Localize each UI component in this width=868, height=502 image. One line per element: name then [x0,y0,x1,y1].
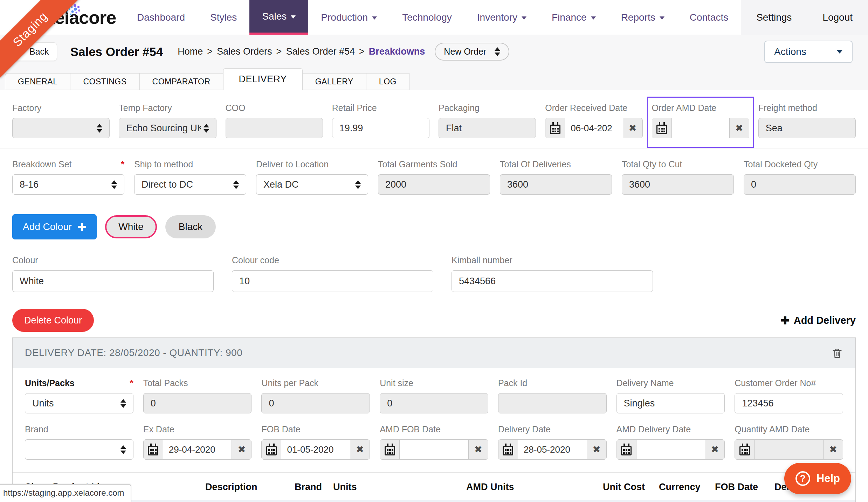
actions-button[interactable]: Actions [764,41,853,63]
breadcrumb-separator: > [276,46,282,57]
clear-icon[interactable]: ✖ [587,440,606,459]
field-coo: COO [226,103,323,138]
field-unit-size: Unit size [380,378,488,413]
calendar-icon[interactable] [380,440,400,459]
colour-input[interactable] [12,270,214,292]
order-amd-date-input[interactable] [672,118,729,138]
breadcrumb-sales-orders[interactable]: Sales Orders [217,46,272,57]
ex-date-input[interactable] [163,440,232,459]
tab-gallery[interactable]: GALLERY [302,73,366,90]
field-quantity-amd-date: Quantity AMD Date ✖ [735,424,843,460]
nav-production-label: Production [321,12,368,23]
calendar-icon[interactable] [652,118,672,138]
clear-icon[interactable]: ✖ [729,118,749,138]
tab-log[interactable]: LOG [366,73,409,90]
nav-reports[interactable]: Reports [608,0,677,35]
order-received-date-field: ✖ [545,118,642,138]
nav-dashboard[interactable]: Dashboard [124,0,198,35]
breadcrumb-current: Breakdowns [369,46,425,57]
field-label: Freight method [758,103,817,113]
select-spinner-icon [355,180,361,189]
total-packs-input [143,393,252,413]
help-button[interactable]: ? Help [784,463,851,494]
calendar-icon[interactable] [262,440,281,459]
field-label: Order AMD Date [652,103,717,113]
units-packs-select[interactable]: Units [25,393,133,413]
breadcrumb-separator: > [359,46,365,57]
ship-to-method-select[interactable]: Direct to DC [134,174,246,195]
clear-icon[interactable]: ✖ [705,440,724,459]
delivery-name-input[interactable] [616,393,725,413]
amd-delivery-date-field: ✖ [616,439,725,460]
deliver-to-location-select[interactable]: Xela DC [256,174,368,195]
breadcrumb-sales-order[interactable]: Sales Order #54 [286,46,355,57]
customer-order-no-input[interactable] [735,393,843,413]
field-fob-date: FOB Date ✖ [261,424,370,460]
account-nav: Settings Logout [741,0,868,35]
col-header: FOB Date [715,482,774,493]
tab-costings[interactable]: COSTINGS [70,73,139,90]
field-units-per-pack: Units per Pack [261,378,370,413]
delete-colour-button[interactable]: Delete Colour [12,309,94,332]
calendar-icon[interactable] [617,440,636,459]
chevron-down-icon [591,16,596,20]
calendar-icon[interactable] [144,440,163,459]
factory-select[interactable] [12,118,110,138]
nav-styles[interactable]: Styles [198,0,249,35]
kimball-number-input[interactable] [452,270,653,292]
field-breakdown-set: Breakdown Set * 8-16 [12,159,124,195]
nav-inventory[interactable]: Inventory [464,0,539,35]
clear-icon[interactable]: ✖ [468,440,488,459]
add-delivery-link[interactable]: ✚ Add Delivery [781,314,856,327]
col-header: Brand [295,482,333,493]
brand-select[interactable] [25,439,133,460]
field-label: Packaging [439,103,480,113]
field-label: Quantity AMD Date [735,424,810,434]
field-label: Colour code [232,255,279,265]
colour-code-input[interactable] [232,270,433,292]
nav-production[interactable]: Production [308,0,390,35]
clear-icon[interactable]: ✖ [350,440,370,459]
tab-comparator[interactable]: COMPARATOR [139,73,223,90]
clear-icon[interactable]: ✖ [823,440,843,459]
nav-logout[interactable]: Logout [807,0,868,35]
trash-icon[interactable] [831,347,843,359]
amd-delivery-date-input[interactable] [636,440,705,459]
tab-general[interactable]: GENERAL [5,73,70,90]
quantity-amd-date-input [755,440,823,459]
field-total-of-deliveries: Total Of Deliveries [500,159,612,195]
nav-finance[interactable]: Finance [539,0,608,35]
nav-technology[interactable]: Technology [390,0,464,35]
clear-icon[interactable]: ✖ [232,440,251,459]
calendar-icon[interactable] [545,118,565,138]
nav-settings[interactable]: Settings [741,0,807,35]
fob-date-input[interactable] [281,440,350,459]
calendar-icon[interactable] [498,440,518,459]
amd-fob-date-field: ✖ [380,439,488,460]
temp-factory-select[interactable]: Echo Sourcing UK Limit [119,118,216,138]
nav-sales-label: Sales [262,11,287,22]
chevron-down-icon [522,16,526,20]
retail-price-input[interactable] [332,118,429,138]
field-label: Delivery Date [498,424,551,434]
select-spinner-icon [495,47,500,56]
breadcrumb-home[interactable]: Home [178,46,203,57]
colour-chip-white[interactable]: White [105,215,157,238]
breakdown-set-select[interactable]: 8-16 [12,174,124,195]
nav-sales[interactable]: Sales [249,0,308,35]
select-spinner-icon [111,180,117,189]
clear-icon[interactable]: ✖ [623,118,642,138]
tab-delivery[interactable]: DELIVERY [223,68,303,90]
col-header: Description [205,482,295,493]
calendar-icon[interactable] [735,440,755,459]
new-order-select[interactable]: New Order [435,43,509,61]
amd-fob-date-input[interactable] [400,440,468,459]
field-delivery-name: Delivery Name [616,378,725,413]
nav-contacts[interactable]: Contacts [677,0,741,35]
order-received-date-input[interactable] [565,118,622,138]
delivery-date-input[interactable] [518,440,587,459]
add-colour-button[interactable]: Add Colour ✚ [12,214,97,239]
colour-chip-black[interactable]: Black [165,215,216,238]
main-nav: Dashboard Styles Sales Production Techno… [124,0,741,35]
chevron-down-icon [836,50,843,54]
